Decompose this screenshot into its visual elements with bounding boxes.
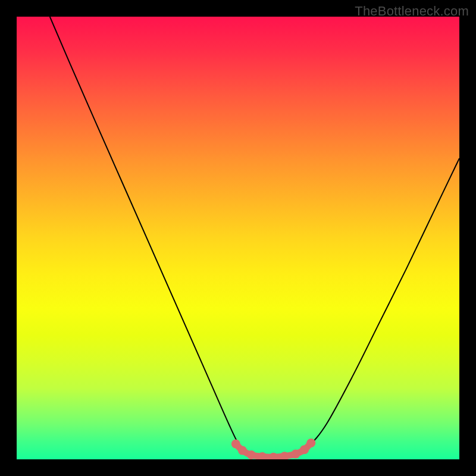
optimal-range-point (238, 446, 247, 455)
watermark-text: TheBottleneck.com (355, 4, 469, 19)
optimal-range-point (291, 450, 300, 459)
chart-plot-area (17, 17, 459, 459)
chart-svg (17, 17, 459, 459)
curve-path (50, 17, 459, 458)
optimal-range-point (247, 450, 256, 459)
optimal-range-point (269, 453, 278, 459)
series-optimal-range-points (231, 439, 315, 459)
optimal-range-point (306, 439, 315, 447)
series-curve (50, 17, 459, 458)
optimal-range-point (300, 445, 309, 454)
optimal-range-point (231, 439, 240, 448)
